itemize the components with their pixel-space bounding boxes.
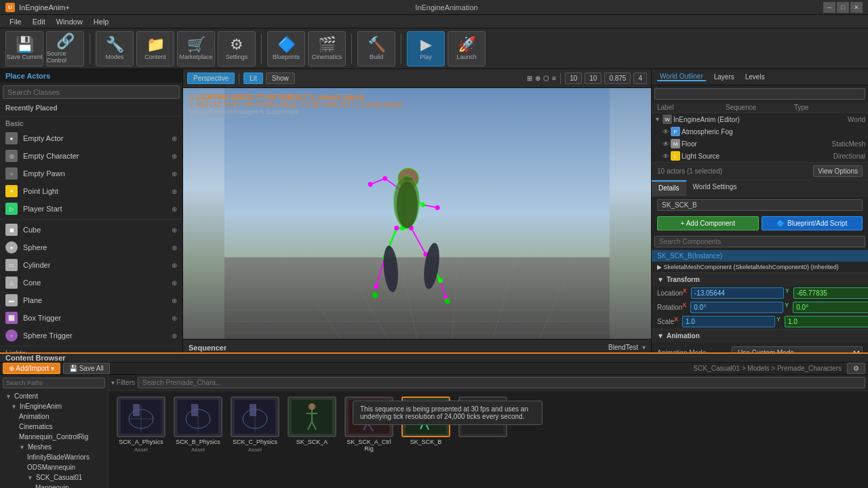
vp-num-2[interactable]: 10 [585,73,601,84]
tree-meshes[interactable]: ▼ Meshes [3,442,105,452]
save-all-btn[interactable]: 💾 Save All [63,363,110,374]
vp-icon-2[interactable]: ⊕ [535,75,540,82]
add-import-btn[interactable]: ⊕ Add/Import ▾ [3,363,60,374]
vp-icon-3[interactable]: ⬡ [543,75,549,82]
toolbar-build[interactable]: 🔨 Build [357,31,395,66]
cb-file-sck-c-physics[interactable]: SCK_C_Physics Asset [228,396,282,453]
tree-ods[interactable]: ODSMannequin [3,462,105,472]
actor-cylinder[interactable]: ▭ Cylinder ⊕ [0,256,182,274]
eye-atm-fog[interactable]: 👁 [663,128,669,136]
scale-x[interactable] [682,316,775,327]
tree-animation[interactable]: Animation [3,411,105,422]
cb-file-sk-sck-a[interactable]: SK_SCK_A [285,396,339,453]
component-instance[interactable]: SK_SCK_B(Instance) [652,250,868,262]
save-label: Save Current [6,54,42,60]
menu-file[interactable]: File [4,16,27,27]
tab-details[interactable]: Details [652,180,686,196]
actor-point-light[interactable]: ✦ Point Light ⊕ [0,182,182,200]
close-button[interactable]: ✕ [850,2,863,13]
toolbar-sep-3 [351,34,352,64]
outliner-light-source[interactable]: 👁 L Light Source Directional [652,150,868,162]
toolbar-cinematics[interactable]: 🎬 Cinematics [308,31,346,66]
cb-path-display: SCK_Casual01 > Models > Premade_Characte… [691,365,844,372]
tree-inengine-anim[interactable]: ▼ InEngineAnim [3,401,105,411]
eye-light[interactable]: 👁 [663,152,669,160]
maximize-button[interactable]: □ [837,2,849,13]
toolbar-marketplace[interactable]: 🛒 Marketplace [177,31,215,66]
show-button[interactable]: Show [266,73,295,84]
actor-sphere-trigger[interactable]: ○ Sphere Trigger ⊕ [0,327,182,344]
vp-num-1[interactable]: 10 [565,73,582,84]
outliner-root[interactable]: ▼ W InEngineAnim (Editor) World [652,113,868,125]
cb-search-paths[interactable] [3,378,105,388]
actor-cone[interactable]: △ Cone ⊕ [0,274,182,291]
menu-help[interactable]: Help [88,16,115,27]
rotation-x[interactable] [690,302,783,313]
location-y[interactable] [793,287,868,299]
toolbar-play[interactable]: ▶ Play [407,31,445,66]
outliner-floor[interactable]: 👁 M Floor StaticMesh [652,138,868,150]
cb-settings-btn[interactable]: ⚙ [847,363,865,374]
actor-empty-pawn[interactable]: ○ Empty Pawn ⊕ [0,165,182,182]
blend-test-label: BlendTest [608,344,638,351]
tree-mannequin[interactable]: Mannequin [3,483,105,488]
actor-empty-character[interactable]: ◎ Empty Character ⊕ [0,147,182,165]
filters-icon[interactable]: ▾ Filters [111,379,135,386]
vp-num-4[interactable]: 4 [633,73,647,84]
perspective-button[interactable]: Perspective [187,73,235,84]
toolbar-source-control[interactable]: 🔗 Source Control [46,31,84,66]
toolbar-settings[interactable]: ⚙ Settings [218,31,256,66]
blueprint-script-btn[interactable]: 🔷 Blueprint/Add Script [762,216,863,230]
lit-button[interactable]: Lit [243,73,263,84]
actor-empty-actor[interactable]: ● Empty Actor ⊕ [0,129,182,147]
cb-file-sck-b-physics[interactable]: SCK_B_Physics Asset [171,396,225,453]
eye-floor[interactable]: 👁 [663,140,669,148]
toolbar-modes[interactable]: 🔧 Modes [96,31,134,66]
tab-world-outliner[interactable]: World Outliner [657,73,706,81]
actor-player-start[interactable]: ▷ Player Start ⊕ [0,200,182,218]
add-component-btn[interactable]: + Add Component [657,216,759,230]
tree-infinity[interactable]: InfinityBladeWarriors [3,452,105,462]
details-search-input[interactable] [654,236,865,247]
tab-world-settings[interactable]: World Settings [686,180,744,196]
actor-box-trigger[interactable]: ⬜ Box Trigger ⊕ [0,309,182,327]
view-options-btn[interactable]: View Options [813,165,863,177]
location-x[interactable] [691,287,784,299]
menu-edit[interactable]: Edit [27,16,51,27]
modes-icon: 🔧 [106,37,124,52]
toolbar-launch[interactable]: 🚀 Launch [448,31,486,66]
actor-cube[interactable]: ◼ Cube ⊕ [0,221,182,239]
viewport[interactable]: ⚠ LIGHTING NEEDS TO BE REBUILT (1 unbuil… [183,88,651,339]
rotation-y[interactable] [793,302,868,313]
search-classes-input[interactable] [3,85,180,99]
tree-sck-casual[interactable]: ▼ SCK_Casual01 [3,472,105,483]
tree-mannequin-ctrl[interactable]: Mannequin_ControlRig [3,432,105,442]
menu-window[interactable]: Window [51,16,88,27]
cb-file-sck-a-physics[interactable]: SCK_A_Physics Asset [114,396,168,453]
minimize-button[interactable]: ─ [823,2,835,13]
outliner-search-input[interactable] [654,88,865,100]
tree-content[interactable]: ▼ Content [3,391,105,401]
toolbar-content[interactable]: 📁 Content [136,31,174,66]
vp-num-3[interactable]: 0.875 [604,73,631,84]
details-name-input[interactable] [657,199,863,211]
actor-sphere[interactable]: ● Sphere ⊕ [0,239,182,256]
titlebar-app-title: InEngineAnimation [415,3,477,12]
toolbar-save-current[interactable]: 💾 Save Current [5,31,43,66]
component-skeletal-mesh[interactable]: ▶ SkeletalMeshComponent (SkeletalMeshCom… [652,262,868,272]
transform-label: Transform [667,276,700,283]
tree-cinematics[interactable]: Cinematics [3,422,105,432]
outliner-atm-fog[interactable]: 👁 F Atmospheric Fog [652,125,868,138]
actor-plane[interactable]: ▬ Plane ⊕ [0,291,182,309]
tab-levels[interactable]: Levels [743,73,768,81]
transform-section[interactable]: ▼ Transform [652,272,868,286]
cb-tree: ▼ Content ▼ InEngineAnim Animation Cinem… [0,375,108,488]
scale-y[interactable] [785,316,868,327]
toolbar-blueprints[interactable]: 🔷 Blueprints [267,31,305,66]
vp-icon-1[interactable]: ⊞ [527,75,532,82]
divider-1 [0,116,182,117]
animation-section[interactable]: ▼ Animation [652,329,868,342]
tab-layers[interactable]: Layers [711,73,737,81]
cb-files-search[interactable] [138,377,865,388]
vp-icon-4[interactable]: ≡ [552,75,556,82]
